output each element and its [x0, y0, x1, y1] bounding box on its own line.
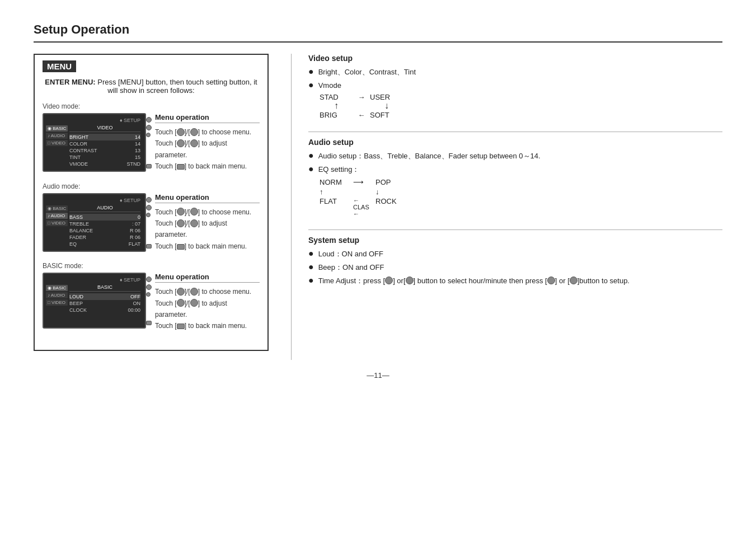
basic-tab-basic: ◉ BASIC [46, 285, 68, 291]
back-btn-basic [146, 321, 152, 325]
basic-row-loud: LOUDOFF [69, 293, 140, 300]
video-row-tint: TINT15 [69, 154, 140, 161]
video-screen-buttons [146, 117, 152, 137]
video-op-line2: Touch []/[] to adjust parameter. [155, 138, 260, 161]
bullet4: ● [308, 165, 314, 174]
bullet1: ● [308, 67, 314, 76]
icon-circle-b3 [177, 299, 185, 307]
icon-circle-a1 [177, 208, 185, 216]
audio-menu-op: Menu operation Touch []/[] to choose men… [155, 193, 260, 252]
tab-basic: ◉ BASIC [46, 125, 68, 132]
eq-pop: POP [375, 178, 409, 186]
eq-flat: FLAT [320, 197, 353, 217]
icon-back3 [177, 324, 185, 329]
divider1 [308, 132, 722, 132]
audio-mode-label: Audio mode: [43, 182, 260, 190]
basic-btn-down [146, 284, 152, 290]
audio-row-fader: FADERR 06 [69, 234, 140, 241]
audio-menu-op-title: Menu operation [155, 193, 260, 203]
bullet6: ● [308, 263, 314, 271]
vmode-arrow-right: → [353, 93, 370, 101]
audio-screen: ♦ SETUP ◉ BASIC ♪ AUDIO □ VIDEO AUDIO BA… [43, 193, 146, 252]
basic-screen: ♦ SETUP ◉ BASIC ♪ AUDIO □ VIDEO BASIC LO… [43, 273, 146, 329]
video-setup-item1-text: Bright、Color、Contrast、Tint [318, 67, 416, 77]
video-setup-item2-text: Vmode [318, 81, 341, 90]
audio-op-line3: Touch [] to back main menu. [155, 241, 260, 252]
video-op-line3: Touch [] to back main menu. [155, 161, 260, 172]
vmode-user: USER [370, 93, 403, 101]
video-screen-content: VIDEO BRIGHT14 COLOR14 CONTRAST13 TINT15… [69, 125, 140, 167]
enter-menu-text: ENTER MENU: Press [MENU] button, then to… [43, 78, 260, 95]
basic-menu-op-text: Touch []/[] to choose menu. Touch []/[] … [155, 286, 260, 332]
basic-tab-audio: ♪ AUDIO [46, 292, 68, 298]
tab-video: □ VIDEO [46, 140, 68, 146]
basic-op-line1: Touch []/[] to choose menu. [155, 286, 260, 297]
basic-tab-video: □ VIDEO [46, 299, 68, 306]
basic-mode-section: BASIC mode: ♦ SETUP ◉ BASIC ♪ AUDIO □ VI… [43, 262, 260, 332]
video-menu-op: Menu operation Touch []/[] to choose men… [155, 113, 260, 172]
menu-label: MENU [43, 60, 76, 72]
audio-btn-up [146, 197, 152, 203]
video-setup-section: Video setup ● Bright、Color、Contrast、Tint… [308, 54, 722, 119]
btn-down [146, 125, 152, 130]
video-screen-header: ♦ SETUP [48, 118, 140, 123]
system-item2: ● Beep：ON and OFF [308, 263, 722, 273]
enter-menu-desc: Press [MENU] button, then touch setting … [97, 78, 257, 95]
page-title: Setup Operation [34, 22, 722, 43]
audio-row-bass: BASS0 [69, 214, 140, 221]
basic-screen-content: BASIC LOUDOFF BEEPON CLOCK00:00 [69, 284, 140, 313]
audio-screen-buttons [146, 197, 152, 217]
audio-btn-small [146, 213, 151, 217]
audio-tab-video: □ VIDEO [46, 220, 68, 226]
icon-time3 [547, 277, 555, 284]
video-setup-item1: ● Bright、Color、Contrast、Tint [308, 67, 722, 77]
video-setup-title: Video setup [308, 54, 722, 63]
system-setup-title: System setup [308, 236, 722, 245]
video-row-color: COLOR14 [69, 140, 140, 147]
vmode-soft: SOFT [370, 111, 403, 119]
audio-setup-item1-text: Audio setup：Bass、Treble、Balance、Fader se… [318, 151, 541, 161]
tab-audio: ♪ AUDIO [46, 133, 68, 139]
basic-op-line2: Touch []/[] to adjust parameter. [155, 298, 260, 321]
audio-screen-content: AUDIO BASS0 TREBLE: 07 BALANCER 06 FADER… [69, 205, 140, 247]
video-row-vmode: VMODESTND [69, 161, 140, 167]
eq-flat-arrow: ← CLAS ← [353, 197, 375, 217]
audio-op-line2: Touch []/[] to adjust parameter. [155, 218, 260, 241]
audio-setup-item2-text: EQ setting： [318, 165, 360, 175]
system-item3-text: Time Adjust：press [] or[] button to sele… [318, 276, 630, 286]
basic-screen-title: BASIC [69, 284, 140, 292]
video-screen-title: VIDEO [69, 125, 140, 132]
system-item2-text: Beep：ON and OFF [318, 263, 384, 273]
bullet5: ● [308, 249, 314, 258]
basic-screen-buttons [146, 277, 152, 297]
audio-row-treble: TREBLE: 07 [69, 221, 140, 227]
video-mode-label: Video mode: [43, 102, 260, 110]
icon-circle1 [177, 128, 185, 136]
enter-menu-bold: ENTER MENU: [45, 78, 95, 86]
audio-screen-tabs: ◉ BASIC ♪ AUDIO □ VIDEO [46, 205, 68, 226]
basic-screen-tabs: ◉ BASIC ♪ AUDIO □ VIDEO [46, 285, 68, 306]
basic-screen-header: ♦ SETUP [48, 277, 140, 283]
icon-back2 [177, 244, 185, 250]
vmode-grid: STAD → USER ↑ ↓ BRIG ← SOFT [320, 93, 722, 119]
basic-btn-up [146, 277, 152, 282]
audio-tab-basic: ◉ BASIC [46, 205, 68, 212]
system-item1: ● Loud：ON and OFF [308, 249, 722, 259]
audio-row-eq: EQFLAT [69, 241, 140, 247]
menu-box: MENU ENTER MENU: Press [MENU] button, th… [34, 54, 269, 351]
icon-circle-a2 [190, 208, 198, 216]
eq-grid: NORM ⟶ POP ↑ ↓ FLAT ← CLAS ← ROCK [320, 178, 722, 217]
audio-mode-row: ♦ SETUP ◉ BASIC ♪ AUDIO □ VIDEO AUDIO BA… [43, 193, 260, 252]
video-row-contrast: CONTRAST13 [69, 147, 140, 154]
left-column: MENU ENTER MENU: Press [MENU] button, th… [34, 54, 269, 360]
audio-setup-title: Audio setup [308, 138, 722, 147]
system-item3: ● Time Adjust：press [] or[] button to se… [308, 276, 722, 286]
back-btn-audio [146, 244, 152, 249]
bullet7: ● [308, 276, 314, 285]
icon-time1 [385, 277, 393, 284]
page-number: —11— [34, 371, 722, 380]
basic-mode-label: BASIC mode: [43, 262, 260, 270]
audio-setup-item1: ● Audio setup：Bass、Treble、Balance、Fader … [308, 151, 722, 161]
eq-arrow-down: ↓ [375, 188, 409, 196]
back-btn-video [146, 164, 152, 168]
